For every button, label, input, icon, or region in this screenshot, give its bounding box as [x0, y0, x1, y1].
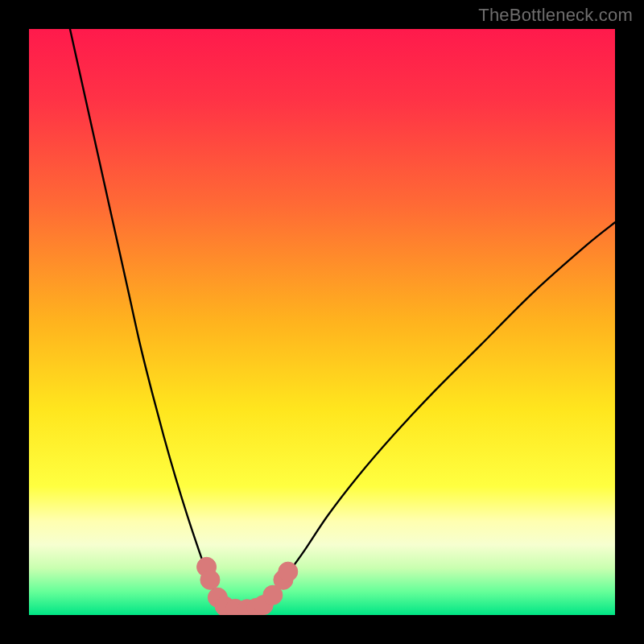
watermark-text: TheBottleneck.com	[478, 5, 633, 26]
bottleneck-curve-chart	[29, 29, 615, 615]
gradient-background	[29, 29, 615, 615]
chart-frame: TheBottleneck.com	[0, 0, 644, 644]
plot-area	[29, 29, 615, 615]
marker-point	[200, 570, 220, 589]
marker-point	[279, 562, 298, 581]
